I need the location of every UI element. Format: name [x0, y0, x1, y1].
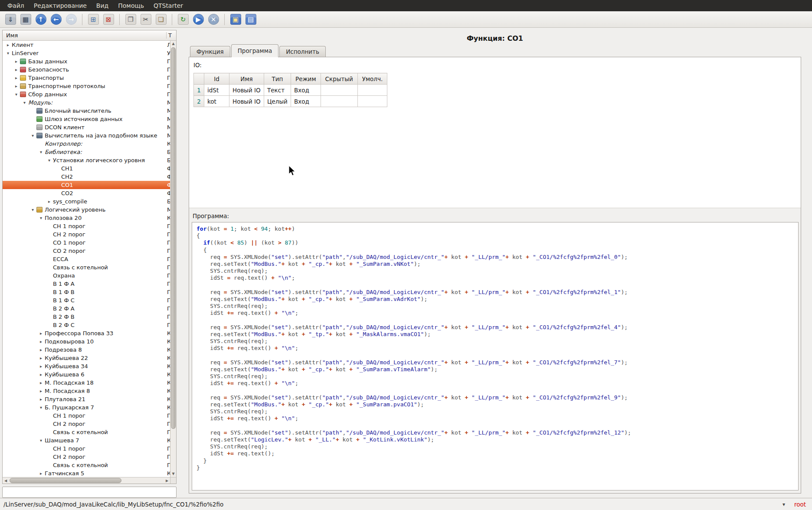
tree-item[interactable]: В 1 Ф ВП: [3, 288, 170, 296]
tree-item[interactable]: ▾Сбор данныхП: [3, 90, 170, 98]
item-delete-button[interactable]: ⊠: [102, 13, 115, 26]
expand-arrow-icon[interactable]: ▸: [37, 339, 45, 344]
tree-item[interactable]: ▸М. Посадская 8К: [3, 387, 170, 395]
tree-item[interactable]: В 2 Ф ВП: [3, 313, 170, 321]
io-table-column-header[interactable]: Тип: [264, 73, 291, 85]
io-table-column-header[interactable]: Умолч.: [357, 73, 387, 85]
scroll-down-icon[interactable]: ▼: [170, 471, 176, 477]
tree-item[interactable]: Связь с котельнойП: [3, 428, 170, 436]
tree-item[interactable]: ▸Куйбышева 22К: [3, 354, 170, 362]
collapse-arrow-icon[interactable]: ▾: [46, 158, 53, 163]
collapse-arrow-icon[interactable]: ▾: [21, 100, 28, 105]
tree-item[interactable]: ▸Куйбышева 6К: [3, 370, 170, 379]
up-button[interactable]: ↑: [34, 13, 48, 26]
start-button[interactable]: ▶: [191, 13, 205, 26]
io-table-cell[interactable]: Целый: [264, 96, 291, 107]
io-table-column-header[interactable]: Имя: [229, 73, 264, 85]
tree-item[interactable]: CH 2 порогП: [3, 230, 170, 239]
tree-header-name-column[interactable]: Имя: [3, 32, 166, 39]
menu-item-edit[interactable]: Редактирование: [29, 1, 92, 10]
scroll-up-icon[interactable]: ▲: [170, 41, 176, 47]
expand-arrow-icon[interactable]: ▸: [37, 471, 45, 476]
collapse-arrow-icon[interactable]: ▾: [37, 150, 45, 154]
expand-arrow-icon[interactable]: ▸: [13, 84, 20, 88]
scrollbar-track[interactable]: [170, 47, 176, 471]
tree-item[interactable]: ▾Установки логического уровняБ: [3, 156, 170, 164]
io-table-cell[interactable]: Текст: [264, 85, 291, 96]
code-editor[interactable]: for(kot = 1; kot < 94; kot++){ if((kot <…: [192, 222, 799, 490]
menu-item-view[interactable]: Вид: [92, 1, 113, 10]
panel-splitter[interactable]: [178, 30, 181, 498]
current-user-label[interactable]: root: [794, 501, 806, 508]
save-button[interactable]: ▦: [19, 13, 33, 26]
forward-button[interactable]: →: [64, 13, 78, 26]
tree-item[interactable]: ▸Транспортные протоколыП: [3, 82, 170, 90]
tree-item[interactable]: CO 1 порогП: [3, 239, 170, 247]
io-table-cell[interactable]: [357, 96, 387, 107]
menu-item-qtstarter[interactable]: QTStarter: [149, 1, 188, 10]
tree-item[interactable]: Шлюз источников данныхМ: [3, 115, 170, 123]
tree-item[interactable]: В 1 Ф СП: [3, 296, 170, 304]
tree-item[interactable]: CO2Ф: [3, 189, 170, 197]
tree-item[interactable]: ▸Подковырова 10К: [3, 337, 170, 346]
tree-item[interactable]: ▸Плуталова 21К: [3, 395, 170, 403]
scrollbar-thumb[interactable]: [171, 47, 176, 429]
io-table-cell[interactable]: [321, 85, 357, 96]
tree-item[interactable]: CO 2 порогП: [3, 247, 170, 255]
tree-item[interactable]: CH1Ф: [3, 164, 170, 173]
io-table-cell[interactable]: idSt: [204, 85, 229, 96]
tree-item[interactable]: CH 1 порогП: [3, 412, 170, 420]
io-table[interactable]: IdИмяТипРежимСкрытыйУмолч. 1idStНовый IO…: [193, 73, 387, 107]
tree-item[interactable]: ОхранаП: [3, 271, 170, 280]
item-add-button[interactable]: ⊞: [86, 13, 100, 26]
menu-item-help[interactable]: Помощь: [113, 1, 149, 10]
tree-vertical-scrollbar[interactable]: ▲ ▼: [170, 41, 176, 477]
tree-item[interactable]: ▸ТранспортыП: [3, 74, 170, 82]
io-table-cell[interactable]: Новый IO: [229, 85, 264, 96]
tree-item[interactable]: ▾Полозова 20К: [3, 214, 170, 222]
tree-item[interactable]: Связь с котельнойП: [3, 461, 170, 469]
stop-button[interactable]: ✕: [206, 13, 220, 26]
io-table-cell[interactable]: Вход: [291, 85, 321, 96]
tree-item[interactable]: В 2 Ф СП: [3, 321, 170, 329]
collapse-arrow-icon[interactable]: ▾: [37, 438, 45, 443]
io-table-cell[interactable]: kot: [204, 96, 229, 107]
copy-button[interactable]: ❐: [124, 13, 138, 26]
expand-arrow-icon[interactable]: ▸: [46, 199, 53, 204]
tab-program[interactable]: Программа: [231, 44, 279, 57]
expand-arrow-icon[interactable]: ▸: [37, 356, 45, 360]
tree-item[interactable]: В 2 Ф АП: [3, 304, 170, 313]
tree-item[interactable]: Контроллер:К: [3, 140, 170, 148]
expand-arrow-icon[interactable]: ▸: [37, 331, 45, 336]
expand-arrow-icon[interactable]: ▸: [13, 59, 20, 64]
tree-item[interactable]: ▾Б. Пушкарская 7К: [3, 403, 170, 412]
collapse-arrow-icon[interactable]: ▾: [4, 51, 12, 56]
tree-item[interactable]: ▾Библиотека:Б: [3, 148, 170, 156]
tree-item[interactable]: ▸Базы данныхП: [3, 57, 170, 65]
io-table-cell[interactable]: [321, 96, 357, 107]
tree-item[interactable]: ▸Профессора Попова 33К: [3, 329, 170, 337]
tree-horizontal-scrollbar[interactable]: ◀ ▶: [3, 477, 176, 484]
tree-item[interactable]: CO1Ф: [3, 181, 170, 189]
io-table-cell[interactable]: Вход: [291, 96, 321, 107]
expand-arrow-icon[interactable]: ▸: [37, 364, 45, 369]
tree-item[interactable]: ▸Подрезова 8К: [3, 346, 170, 354]
io-table-row[interactable]: 1idStНовый IOТекстВход: [194, 85, 387, 96]
collapse-arrow-icon[interactable]: ▾: [13, 92, 20, 97]
tree-item[interactable]: ▾Логический уровеньМ: [3, 206, 170, 214]
expand-arrow-icon[interactable]: ▸: [4, 42, 12, 47]
tree-item[interactable]: ▾LinServerУ: [3, 49, 170, 57]
tree-filter-input[interactable]: [2, 487, 177, 498]
expand-arrow-icon[interactable]: ▸: [37, 389, 45, 393]
io-table-row[interactable]: 2kotНовый IOЦелыйВход: [194, 96, 387, 107]
refresh-button[interactable]: ↻: [176, 13, 190, 26]
tree-item[interactable]: CH2Ф: [3, 173, 170, 181]
scroll-right-icon[interactable]: ▶: [164, 477, 170, 484]
vision-button[interactable]: ▣: [229, 13, 242, 26]
tree-item[interactable]: CH 1 порогП: [3, 445, 170, 453]
tree-item[interactable]: ▸Куйбышева 34К: [3, 362, 170, 370]
expand-arrow-icon[interactable]: ▸: [37, 380, 45, 385]
io-table-column-header[interactable]: Id: [204, 73, 229, 85]
tree-item[interactable]: ▸Гатчинская 5К: [3, 469, 170, 477]
expand-arrow-icon[interactable]: ▸: [37, 347, 45, 352]
